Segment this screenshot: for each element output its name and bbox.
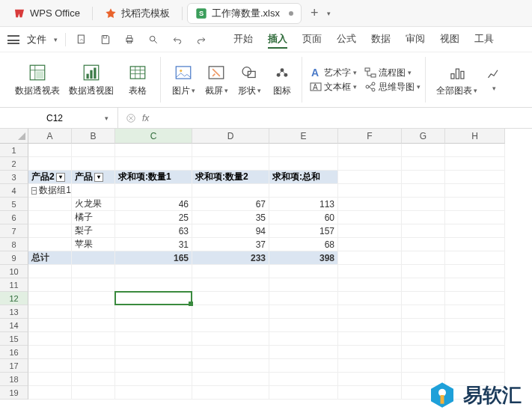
tab-data[interactable]: 数据 [371,31,391,49]
cell[interactable] [445,278,505,292]
cell[interactable] [28,292,72,305]
cell[interactable] [269,359,338,373]
cell[interactable] [72,319,115,332]
cell[interactable]: 63 [115,224,192,238]
tab-dropdown-icon[interactable]: ▾ [327,10,331,17]
cell[interactable] [338,359,402,373]
mindmap-button[interactable]: 思维导图▾ [364,81,421,94]
cell[interactable] [338,171,402,184]
cell[interactable]: 31 [115,238,192,251]
cell[interactable] [338,184,402,198]
cell[interactable] [28,144,72,157]
cell[interactable] [192,359,269,373]
cell[interactable] [115,305,192,319]
cell[interactable] [445,198,505,211]
cell[interactable]: 产品▾ [72,171,115,184]
row-header[interactable]: 6 [0,211,28,224]
row-header[interactable]: 8 [0,238,28,251]
cell[interactable] [445,346,505,359]
cell[interactable] [269,184,338,198]
hamburger-icon[interactable] [7,35,19,44]
cell[interactable] [402,292,445,305]
cell[interactable] [402,211,445,224]
cell[interactable] [115,265,192,278]
print-icon[interactable] [121,31,138,48]
file-menu-label[interactable]: 文件 [27,33,46,46]
table-button[interactable]: 表格 [120,61,156,99]
app-tab-wps[interactable]: WPS Office [6,4,88,22]
cell[interactable] [269,373,338,386]
tab-start[interactable]: 开始 [233,31,253,49]
row-header[interactable]: 12 [0,292,28,305]
cell[interactable] [269,319,338,332]
cell[interactable] [269,278,338,292]
cell[interactable] [115,373,192,386]
cell[interactable] [72,292,115,305]
cell[interactable] [402,184,445,198]
app-tab-file[interactable]: S 工作簿数量.xlsx [187,3,302,24]
row-header[interactable]: 19 [0,386,28,400]
cell[interactable] [192,332,269,346]
cell[interactable] [402,332,445,346]
cell[interactable]: 113 [269,198,338,211]
row-header[interactable]: 17 [0,359,28,373]
row-header[interactable]: 1 [0,144,28,157]
cell[interactable]: 产品2▾ [28,171,72,184]
cell-reference-input[interactable] [9,113,100,123]
icon-button[interactable]: 图标 [267,61,297,99]
col-header[interactable]: A [28,129,72,144]
tab-review[interactable]: 审阅 [406,31,425,49]
cell[interactable] [269,305,338,319]
cell[interactable] [445,144,505,157]
cell[interactable] [115,332,192,346]
col-header[interactable]: G [402,129,445,144]
cell[interactable] [338,292,402,305]
cell[interactable] [338,332,402,346]
cell[interactable] [192,157,269,171]
cell[interactable] [338,265,402,278]
textbox-button[interactable]: A文本框▾ [310,81,357,94]
tab-tool[interactable]: 工具 [474,31,494,49]
cell[interactable] [338,224,402,238]
cell[interactable] [28,305,72,319]
row-header[interactable]: 13 [0,305,28,319]
cell[interactable] [115,184,192,198]
tab-view[interactable]: 视图 [440,31,459,49]
new-doc-icon[interactable] [73,31,90,48]
cell[interactable] [28,224,72,238]
cell[interactable]: 35 [192,211,269,224]
cell[interactable] [269,157,338,171]
cell[interactable] [402,224,445,238]
cell[interactable] [445,211,505,224]
cell[interactable] [445,292,505,305]
cell[interactable] [72,332,115,346]
col-header[interactable]: F [338,129,402,144]
cell[interactable] [338,251,402,265]
cell[interactable]: 46 [115,198,192,211]
cell[interactable] [72,359,115,373]
cell[interactable] [269,346,338,359]
row-header[interactable]: 7 [0,224,28,238]
cell[interactable]: 火龙果 [72,198,115,211]
cell[interactable] [269,144,338,157]
cell[interactable] [402,305,445,319]
col-header[interactable]: D [192,129,269,144]
cell[interactable] [445,359,505,373]
fx-label[interactable]: fx [142,113,149,123]
file-dropdown-icon[interactable]: ▾ [54,36,58,43]
allcharts-button[interactable]: 全部图表▾ [433,61,480,99]
cell[interactable]: 233 [192,251,269,265]
cell[interactable] [192,278,269,292]
cell[interactable] [72,184,115,198]
cell[interactable]: 157 [269,224,338,238]
cell[interactable] [72,305,115,319]
cell[interactable] [115,319,192,332]
cell[interactable] [28,198,72,211]
cell[interactable] [192,305,269,319]
cell[interactable] [338,238,402,251]
cell[interactable] [269,292,338,305]
undo-icon[interactable] [169,31,186,48]
cell[interactable] [72,278,115,292]
cell[interactable] [72,144,115,157]
pivot-table-button[interactable]: 数据透视表 [12,61,63,99]
